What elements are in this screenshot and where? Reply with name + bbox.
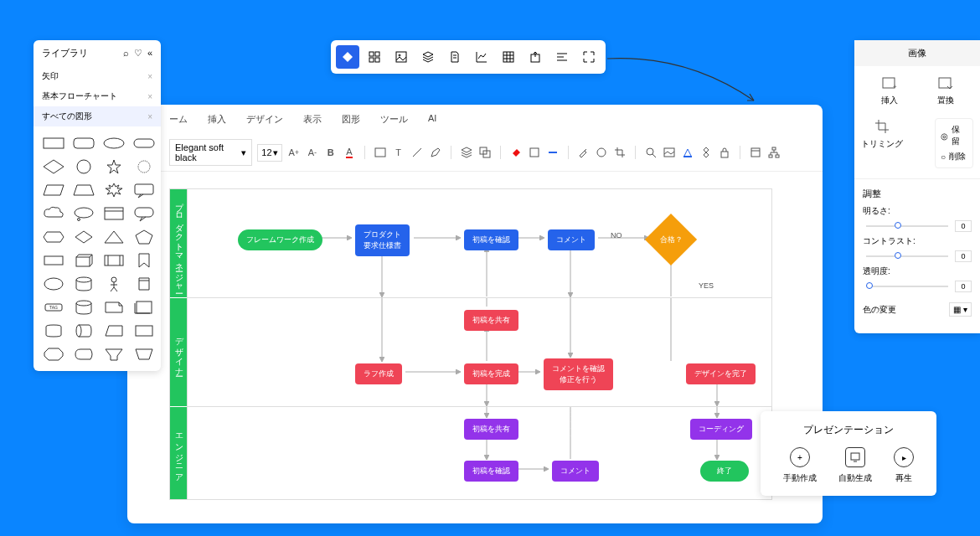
shape-double-rect-icon[interactable] [102, 252, 126, 269]
lane-label-pm[interactable]: プロダクトマネージャー [170, 189, 187, 298]
org-icon[interactable] [767, 145, 781, 160]
node-design-done[interactable]: デザインを完了 [686, 363, 756, 384]
node-spec[interactable]: プロダクト 要求仕様書 [355, 224, 410, 256]
shape-person-icon[interactable] [102, 276, 126, 292]
contrast-slider[interactable] [866, 255, 948, 257]
heart-icon[interactable]: ♡ [134, 48, 142, 59]
color-picker-icon[interactable]: ▦ ▾ [949, 302, 972, 317]
node-comment[interactable]: コメント [548, 229, 595, 250]
shape-cylinder2-icon[interactable] [72, 299, 95, 316]
contrast-value[interactable]: 0 [955, 250, 972, 262]
shape-card-icon[interactable] [102, 205, 126, 222]
close-icon[interactable]: × [147, 92, 152, 101]
shape-diamond-icon[interactable] [42, 158, 65, 175]
collapse-icon[interactable]: « [147, 48, 152, 59]
border-icon[interactable] [528, 145, 541, 160]
eyedropper-icon[interactable] [576, 145, 590, 160]
font-increase-icon[interactable]: A+ [287, 145, 301, 160]
node-eng-share[interactable]: 初稿を共有 [464, 419, 518, 440]
shape-ellipse-icon[interactable] [102, 135, 126, 152]
shape-circle-icon[interactable] [72, 158, 95, 175]
close-icon[interactable]: × [147, 72, 152, 81]
shape-thought-icon[interactable] [72, 205, 95, 222]
shape-note-icon[interactable] [102, 299, 126, 316]
shape-explosion-icon[interactable] [102, 182, 126, 198]
shape-dropdown-icon[interactable] [595, 145, 608, 160]
lane-label-engineer[interactable]: エンジニア [170, 407, 187, 499]
shape-pentagon-icon[interactable] [132, 229, 156, 245]
shape-database-icon[interactable] [132, 276, 156, 292]
shape-cylinder-icon[interactable] [72, 276, 95, 292]
node-rough[interactable]: ラフ作成 [355, 363, 402, 384]
shape-trapezoid-icon[interactable] [72, 182, 95, 198]
shape-drum-icon[interactable] [72, 322, 95, 339]
fullscreen-tool-icon[interactable] [577, 45, 601, 69]
pen-tool-icon[interactable] [429, 145, 442, 160]
node-decision[interactable]: 合格？ [645, 214, 697, 265]
shape-star-icon[interactable] [102, 158, 126, 175]
play-button[interactable]: ▸ 再生 [894, 447, 914, 484]
highlight-icon[interactable] [681, 145, 694, 160]
menu-item[interactable]: 図形 [342, 113, 360, 126]
close-icon[interactable]: × [147, 112, 152, 121]
menu-item[interactable]: ツール [380, 113, 408, 126]
shape-hex-icon[interactable] [42, 229, 65, 245]
frame-icon[interactable] [749, 145, 762, 160]
shape-callout-icon[interactable] [132, 205, 156, 222]
align-tool-icon[interactable] [550, 45, 574, 69]
node-complete-draft[interactable]: 初稿を完成 [464, 363, 518, 384]
shape-bookmark-icon[interactable] [132, 252, 156, 269]
font-select[interactable]: Elegant soft black▾ [169, 139, 252, 166]
image-insert-icon[interactable] [663, 145, 676, 160]
text-color-icon[interactable]: A [343, 145, 356, 160]
menu-item[interactable]: ーム [169, 113, 188, 126]
shape-frame-icon[interactable] [132, 322, 156, 339]
shape-parallelogram-icon[interactable] [42, 182, 65, 198]
node-coding[interactable]: コーディング [690, 419, 752, 440]
shape-rhombus-icon[interactable] [72, 229, 95, 245]
auto-generate-button[interactable]: 自動生成 [838, 447, 872, 484]
rect-tool-icon[interactable] [374, 145, 387, 160]
node-eng-review[interactable]: 初稿を確認 [464, 461, 518, 482]
style-tool-icon[interactable] [336, 45, 359, 69]
shape-roundrect-icon[interactable] [72, 135, 95, 152]
line-style-icon[interactable] [546, 145, 560, 160]
shape-wedge-icon[interactable] [102, 322, 126, 339]
node-end[interactable]: 終了 [700, 461, 749, 482]
shape-display-icon[interactable] [72, 346, 95, 363]
trim-delete-option[interactable]: ○削除 [939, 149, 969, 164]
shape-box-icon[interactable] [42, 252, 65, 269]
fill-icon[interactable] [509, 145, 523, 160]
manual-create-button[interactable]: + 手動作成 [783, 447, 817, 484]
search-icon[interactable]: ⌕ [123, 48, 129, 59]
node-eng-comment[interactable]: コメント [552, 461, 599, 482]
component-icon[interactable] [699, 145, 713, 160]
shape-burst-icon[interactable] [132, 158, 156, 175]
chart-tool-icon[interactable] [470, 45, 493, 69]
insert-image-button[interactable]: + 挿入 [881, 75, 898, 106]
diagram-canvas[interactable]: プロダクトマネージャー デザイナー エンジニア [127, 188, 823, 500]
stack-icon[interactable] [460, 145, 473, 160]
search-icon[interactable] [644, 145, 658, 160]
shape-pill-icon[interactable] [132, 135, 156, 152]
node-share-draft[interactable]: 初稿を共有 [464, 310, 518, 331]
menu-item[interactable]: 挿入 [208, 113, 226, 126]
font-decrease-icon[interactable]: A- [306, 145, 319, 160]
text-tool-icon[interactable]: T [392, 145, 405, 160]
shape-cube-icon[interactable] [72, 252, 95, 269]
brightness-value[interactable]: 0 [955, 220, 972, 232]
shape-trap2-icon[interactable] [132, 346, 156, 363]
line-tool-icon[interactable] [410, 145, 424, 160]
shape-document-icon[interactable] [132, 299, 156, 316]
image-tool-icon[interactable] [389, 45, 413, 69]
shape-rect-icon[interactable] [42, 135, 65, 152]
opacity-value[interactable]: 0 [955, 281, 972, 292]
library-category[interactable]: 矢印× [34, 66, 161, 86]
group-icon[interactable] [478, 145, 492, 160]
shape-can-icon[interactable] [42, 322, 65, 339]
trim-button[interactable]: トリミング [861, 118, 903, 150]
menu-item[interactable]: デザイン [246, 113, 283, 126]
grid-tool-icon[interactable] [363, 45, 386, 69]
lock-icon[interactable] [718, 145, 731, 160]
shape-oct-icon[interactable] [42, 346, 65, 363]
